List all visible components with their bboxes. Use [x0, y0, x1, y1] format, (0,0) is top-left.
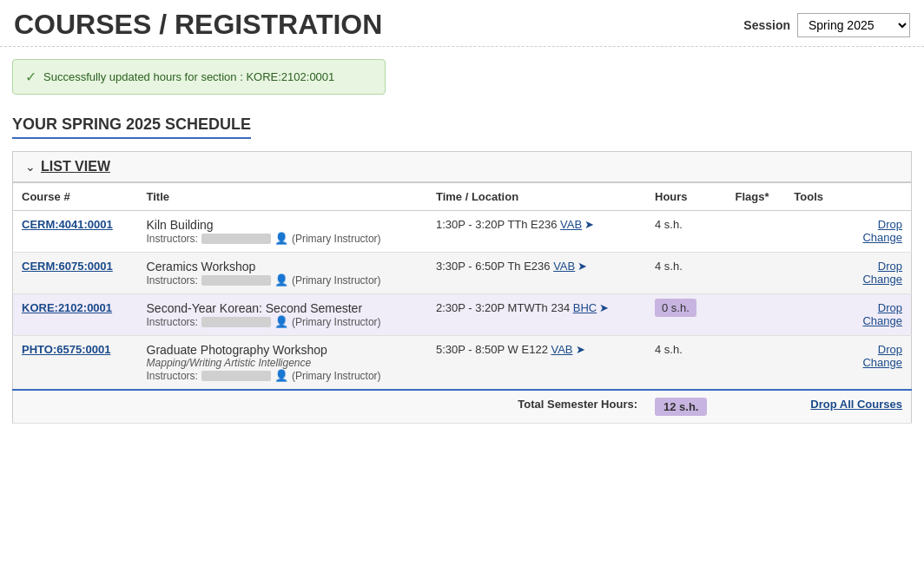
- hours-cell: 4 s.h.: [646, 336, 727, 391]
- col-tools: Tools: [785, 183, 911, 211]
- success-message: Successfully updated hours for section :…: [43, 70, 334, 83]
- time-location-cell: 2:30P - 3:20P MTWTh 234 BHC➤: [427, 294, 646, 336]
- schedule-section: YOUR SPRING 2025 SCHEDULE ⌄ LIST VIEW Co…: [0, 107, 924, 424]
- total-label: Total Semester Hours:: [427, 390, 646, 424]
- drop-all-cell: Drop All Courses: [785, 390, 911, 424]
- drop-link[interactable]: Drop: [794, 218, 902, 231]
- change-link[interactable]: Change: [794, 273, 902, 286]
- table-row: KORE:2102:0001Second-Year Korean: Second…: [13, 294, 912, 336]
- location-link[interactable]: VAB: [551, 343, 572, 356]
- hours-value: 4 s.h.: [655, 343, 683, 356]
- time-location-cell: 3:30P - 6:50P Th E236 VAB➤: [427, 253, 646, 294]
- hours-value: 4 s.h.: [655, 218, 683, 231]
- course-time: 5:30P - 8:50P W E122: [436, 343, 551, 356]
- instructor-role: (Primary Instructor): [292, 370, 381, 382]
- course-title: Second-Year Korean: Second Semester: [147, 301, 419, 315]
- instructor-info: Instructors: 👤 (Primary Instructor): [147, 273, 419, 286]
- course-link[interactable]: PHTO:6575:0001: [22, 343, 110, 356]
- instructor-info: Instructors: 👤 (Primary Instructor): [147, 315, 419, 328]
- footer-flags: [727, 390, 786, 424]
- course-link[interactable]: KORE:2102:0001: [22, 301, 112, 314]
- instructor-name-placeholder: [201, 371, 271, 381]
- table-header-row: Course # Title Time / Location Hours Fla…: [13, 183, 912, 211]
- hours-cell: 4 s.h.: [646, 253, 727, 294]
- instructor-icon: 👤: [274, 232, 288, 245]
- hours-value: 4 s.h.: [655, 260, 683, 273]
- flags-cell: [727, 336, 786, 391]
- instructor-info: Instructors: 👤 (Primary Instructor): [147, 369, 419, 382]
- col-flags: Flags*: [727, 183, 786, 211]
- hours-cell: 0 s.h.: [646, 294, 727, 336]
- success-icon: ✓: [25, 69, 36, 85]
- flags-cell: [727, 294, 786, 336]
- instructor-role: (Primary Instructor): [292, 274, 381, 286]
- nav-icon: ➤: [584, 218, 594, 231]
- session-dropdown[interactable]: Spring 2025 Fall 2025 Summer 2025: [797, 13, 910, 37]
- total-hours-badge: 12 s.h.: [655, 398, 707, 416]
- table-row: CERM:6075:0001Ceramics Workshop Instruct…: [13, 253, 912, 294]
- drop-all-courses-link[interactable]: Drop All Courses: [810, 398, 902, 411]
- flags-cell: [727, 253, 786, 294]
- list-view-label: LIST VIEW: [41, 159, 110, 175]
- drop-link[interactable]: Drop: [794, 260, 902, 273]
- instructor-name-placeholder: [201, 234, 271, 244]
- instructor-info: Instructors: 👤 (Primary Instructor): [147, 232, 419, 245]
- col-time-location: Time / Location: [427, 183, 646, 211]
- instructor-icon: 👤: [274, 273, 288, 286]
- course-time: 3:30P - 6:50P Th E236: [436, 260, 553, 273]
- instructor-role: (Primary Instructor): [292, 316, 381, 328]
- tools-cell: DropChange: [785, 211, 911, 253]
- instructor-icon: 👤: [274, 369, 288, 382]
- course-time: 2:30P - 3:20P MTWTh 234: [436, 301, 573, 314]
- col-hours: Hours: [646, 183, 727, 211]
- nav-icon: ➤: [599, 301, 609, 314]
- change-link[interactable]: Change: [794, 314, 902, 327]
- drop-link[interactable]: Drop: [794, 301, 902, 314]
- course-title: Kiln Building: [147, 218, 419, 232]
- table-row: PHTO:6575:0001Graduate Photography Works…: [13, 336, 912, 391]
- flags-cell: [727, 211, 786, 253]
- list-view-toggle[interactable]: ⌄ LIST VIEW: [12, 151, 912, 182]
- course-title: Ceramics Workshop: [147, 260, 419, 273]
- footer-row: Total Semester Hours:12 s.h.Drop All Cou…: [13, 390, 912, 424]
- session-selector: Session Spring 2025 Fall 2025 Summer 202…: [743, 13, 910, 37]
- location-link[interactable]: BHC: [573, 301, 597, 314]
- page-header: COURSES / REGISTRATION Session Spring 20…: [0, 0, 924, 47]
- location-link[interactable]: VAB: [553, 260, 575, 273]
- course-title: Graduate Photography Workshop: [147, 343, 419, 357]
- total-hours-cell: 12 s.h.: [646, 390, 727, 424]
- col-course-num: Course #: [13, 183, 138, 211]
- nav-icon: ➤: [576, 343, 585, 356]
- session-label: Session: [743, 18, 790, 32]
- hours-badge: 0 s.h.: [655, 299, 696, 317]
- nav-icon: ➤: [578, 260, 587, 273]
- course-time: 1:30P - 3:20P TTh E236: [436, 218, 560, 231]
- footer-empty-2: [138, 390, 427, 424]
- location-link[interactable]: VAB: [560, 218, 582, 231]
- schedule-title: YOUR SPRING 2025 SCHEDULE: [12, 115, 251, 139]
- drop-link[interactable]: Drop: [794, 343, 902, 356]
- tools-cell: DropChange: [785, 336, 911, 391]
- hours-cell: 4 s.h.: [646, 211, 727, 253]
- course-table: Course # Title Time / Location Hours Fla…: [12, 182, 912, 424]
- page-title: COURSES / REGISTRATION: [14, 9, 382, 41]
- tools-cell: DropChange: [785, 294, 911, 336]
- chevron-down-icon: ⌄: [25, 160, 36, 174]
- change-link[interactable]: Change: [794, 231, 902, 244]
- course-link[interactable]: CERM:6075:0001: [22, 260, 113, 273]
- tools-cell: DropChange: [785, 253, 911, 294]
- success-banner: ✓ Successfully updated hours for section…: [12, 59, 386, 95]
- footer-empty-1: [13, 390, 138, 424]
- instructor-name-placeholder: [201, 275, 271, 286]
- time-location-cell: 1:30P - 3:20P TTh E236 VAB➤: [427, 211, 646, 253]
- time-location-cell: 5:30P - 8:50P W E122 VAB➤: [427, 336, 646, 391]
- instructor-role: (Primary Instructor): [292, 233, 381, 245]
- col-title: Title: [138, 183, 427, 211]
- table-row: CERM:4041:0001Kiln Building Instructors:…: [13, 211, 912, 253]
- instructor-icon: 👤: [274, 315, 288, 328]
- course-link[interactable]: CERM:4041:0001: [22, 218, 113, 231]
- course-subtitle: Mapping/Writing Artistic Intelligence: [147, 357, 419, 369]
- change-link[interactable]: Change: [794, 356, 902, 369]
- instructor-name-placeholder: [201, 317, 271, 327]
